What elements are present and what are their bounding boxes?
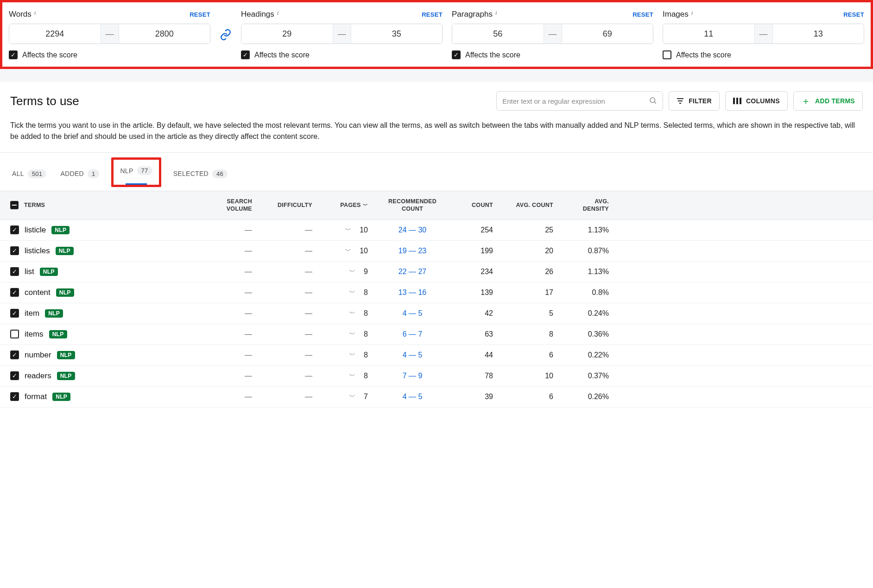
row-checkbox[interactable] (10, 330, 19, 338)
columns-button[interactable]: COLUMNS (725, 91, 788, 111)
nlp-badge: NLP (57, 351, 75, 359)
cell-term: format NLP (0, 392, 199, 401)
col-count[interactable]: COUNT (449, 200, 500, 211)
reset-paragraphs[interactable]: RESET (633, 11, 653, 18)
row-checkbox[interactable] (10, 267, 19, 276)
info-icon[interactable]: i (277, 9, 279, 17)
svg-rect-5 (733, 98, 735, 104)
expand-chevron-icon[interactable]: ﹀ (349, 288, 355, 297)
images-max-input[interactable] (773, 24, 864, 44)
expand-chevron-icon[interactable]: ﹀ (345, 247, 351, 255)
cell-pages: ﹀ 7 (320, 393, 375, 401)
expand-chevron-icon[interactable]: ﹀ (349, 393, 355, 401)
col-terms[interactable]: TERMS (0, 199, 199, 211)
cell-recommended: 4 — 5 (375, 309, 449, 318)
filter-button[interactable]: FILTER (669, 91, 720, 111)
checkbox-icon[interactable] (241, 50, 250, 59)
tab-all[interactable]: ALL 501 (10, 164, 48, 184)
search-input[interactable] (502, 97, 649, 105)
checkbox-icon[interactable] (9, 50, 18, 59)
cell-recommended: 4 — 5 (375, 393, 449, 401)
cell-pages: ﹀ 8 (320, 351, 375, 359)
row-checkbox[interactable] (10, 350, 19, 359)
active-tab-underline (126, 183, 147, 185)
cell-term: number NLP (0, 350, 199, 360)
plus-icon: ＋ (801, 96, 810, 106)
cell-avg-density: 0.87% (561, 247, 616, 255)
term-text: listicle (25, 225, 46, 235)
cell-search-volume: — (199, 372, 259, 380)
reset-images[interactable]: RESET (843, 11, 864, 18)
nlp-badge: NLP (56, 288, 74, 297)
select-all-checkbox[interactable] (10, 201, 19, 209)
row-checkbox[interactable] (10, 225, 19, 234)
cell-recommended: 13 — 16 (375, 288, 449, 297)
cell-recommended: 24 — 30 (375, 226, 449, 234)
svg-point-0 (650, 98, 655, 103)
cell-avg-count: 8 (500, 330, 561, 338)
checkbox-icon[interactable] (452, 50, 461, 59)
tab-selected[interactable]: SELECTED 46 (171, 164, 229, 184)
nlp-badge: NLP (57, 372, 75, 380)
search-icon[interactable] (649, 96, 657, 106)
cell-difficulty: — (259, 226, 320, 234)
cell-count: 39 (449, 393, 500, 401)
expand-chevron-icon[interactable]: ﹀ (349, 268, 355, 276)
info-icon[interactable]: i (691, 9, 693, 17)
row-checkbox[interactable] (10, 288, 19, 297)
link-icon[interactable] (220, 29, 232, 41)
row-checkbox[interactable] (10, 392, 19, 401)
words-range: — (9, 24, 210, 44)
search-input-wrap[interactable] (496, 91, 663, 111)
affects-paragraphs[interactable]: Affects the score (452, 50, 653, 59)
expand-chevron-icon[interactable]: ﹀ (349, 330, 355, 338)
col-difficulty[interactable]: DIFFICULTY (259, 200, 320, 211)
words-min-input[interactable] (9, 24, 101, 44)
info-icon[interactable]: i (34, 9, 36, 17)
tab-nlp[interactable]: NLP 77 (118, 163, 154, 181)
tab-nlp-highlight: NLP 77 (111, 157, 161, 187)
cell-recommended: 19 — 23 (375, 247, 449, 255)
label-words: Words (9, 10, 32, 19)
row-checkbox[interactable] (10, 246, 19, 255)
paragraphs-max-input[interactable] (562, 24, 653, 44)
affects-images[interactable]: Affects the score (663, 50, 864, 59)
cell-term: listicle NLP (0, 225, 199, 235)
headings-max-input[interactable] (351, 24, 443, 44)
expand-chevron-icon[interactable]: ﹀ (349, 309, 355, 318)
cell-search-volume: — (199, 330, 259, 338)
cell-recommended: 22 — 27 (375, 268, 449, 276)
cell-count: 44 (449, 351, 500, 359)
structure-paragraphs: Paragraphsi RESET — Affects the score (452, 10, 653, 59)
expand-chevron-icon[interactable]: ﹀ (349, 351, 355, 359)
checkbox-icon[interactable] (663, 50, 671, 59)
tab-added[interactable]: ADDED 1 (58, 164, 101, 184)
images-min-input[interactable] (663, 24, 754, 44)
info-icon[interactable]: i (495, 9, 497, 17)
col-pages[interactable]: PAGES﹀ (320, 200, 375, 211)
row-checkbox[interactable] (10, 309, 19, 318)
term-text: list (25, 267, 34, 276)
table-row: item NLP — — ﹀ 8 4 — 5 42 5 0.24% (0, 303, 873, 324)
range-separator: — (333, 24, 351, 44)
structure-panel: Wordsi RESET — Affects the score Heading… (0, 0, 873, 69)
col-search-volume[interactable]: SEARCHVOLUME (199, 196, 259, 215)
row-checkbox[interactable] (10, 371, 19, 380)
expand-chevron-icon[interactable]: ﹀ (345, 226, 351, 234)
add-terms-button[interactable]: ＋ ADD TERMS (793, 91, 863, 111)
col-avg-count[interactable]: AVG. COUNT (500, 200, 561, 211)
cell-avg-count: 10 (500, 372, 561, 380)
term-text: content (25, 288, 51, 297)
col-recommended[interactable]: RECOMMENDEDCOUNT (375, 196, 449, 215)
affects-words[interactable]: Affects the score (9, 50, 210, 59)
svg-line-1 (655, 102, 656, 103)
words-max-input[interactable] (119, 24, 210, 44)
term-text: number (25, 350, 51, 360)
affects-headings[interactable]: Affects the score (241, 50, 443, 59)
paragraphs-min-input[interactable] (452, 24, 544, 44)
expand-chevron-icon[interactable]: ﹀ (349, 372, 355, 380)
headings-min-input[interactable] (241, 24, 333, 44)
reset-headings[interactable]: RESET (422, 11, 443, 18)
col-avg-density[interactable]: AVG.DENSITY (561, 196, 616, 215)
reset-words[interactable]: RESET (190, 11, 210, 18)
